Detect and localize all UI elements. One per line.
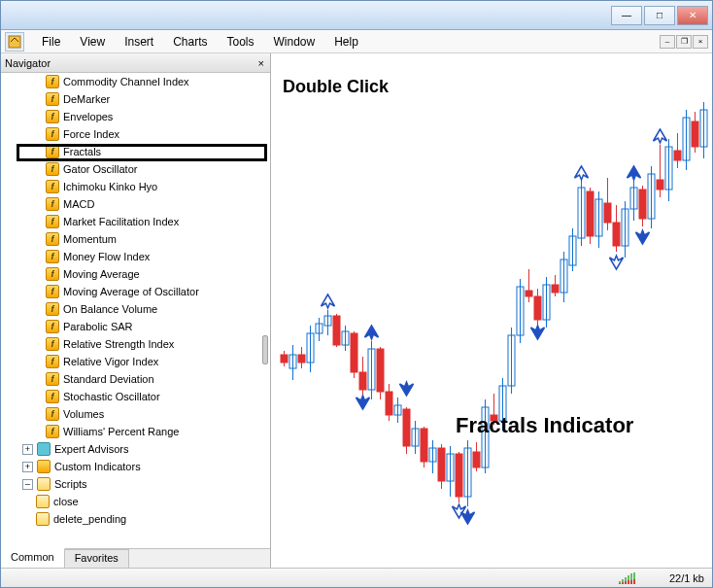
close-button[interactable]: ✕ bbox=[677, 6, 708, 25]
content-area: Navigator × fCommodity Channel IndexfDeM… bbox=[1, 53, 712, 568]
svg-rect-6 bbox=[298, 355, 305, 363]
script-item-icon bbox=[36, 512, 50, 526]
indicator-item[interactable]: fParabolic SAR bbox=[1, 318, 270, 335]
script-item-label: delete_pending bbox=[53, 513, 126, 525]
indicator-item[interactable]: fStochastic Oscillator bbox=[1, 388, 270, 405]
scripts[interactable]: –Scripts bbox=[1, 475, 270, 493]
indicator-f-icon: f bbox=[46, 390, 59, 403]
navigator-close-icon[interactable]: × bbox=[256, 57, 266, 69]
svg-rect-2 bbox=[281, 355, 288, 363]
expander-icon[interactable]: – bbox=[22, 479, 33, 490]
svg-rect-96 bbox=[692, 121, 698, 147]
indicator-item[interactable]: fFractals bbox=[1, 143, 270, 160]
mdi-controls: – ❐ × bbox=[659, 35, 708, 49]
scrollbar-handle[interactable] bbox=[262, 335, 268, 364]
indicator-f-icon: f bbox=[46, 407, 59, 421]
connection-bars-icon bbox=[619, 572, 658, 584]
titlebar: — □ ✕ bbox=[1, 1, 712, 30]
status-data: 22/1 kb bbox=[669, 572, 704, 584]
script-item[interactable]: delete_pending bbox=[1, 510, 270, 528]
script-item[interactable]: close bbox=[1, 493, 270, 510]
chart-area: Double Click Fractals Indicator bbox=[271, 53, 712, 568]
svg-rect-78 bbox=[613, 223, 620, 246]
indicator-f-icon: f bbox=[46, 320, 59, 333]
indicator-label: Moving Average bbox=[63, 268, 140, 280]
indicator-label: Force Index bbox=[63, 128, 119, 140]
indicator-f-icon: f bbox=[46, 302, 59, 316]
indicator-item[interactable]: fDeMarker bbox=[1, 90, 270, 108]
chart-canvas[interactable]: Double Click Fractals Indicator bbox=[271, 53, 712, 568]
navigator-header[interactable]: Navigator × bbox=[1, 53, 270, 73]
svg-rect-34 bbox=[421, 429, 427, 462]
custom-indicators-label: Custom Indicators bbox=[54, 461, 141, 472]
menu-charts[interactable]: Charts bbox=[163, 33, 217, 51]
script-item-label: close bbox=[53, 496, 79, 507]
custom-indicators-icon bbox=[37, 460, 51, 473]
indicator-item[interactable]: fMACD bbox=[1, 195, 270, 213]
svg-rect-26 bbox=[386, 392, 392, 415]
indicator-item[interactable]: fMoney Flow Index bbox=[1, 248, 270, 265]
indicator-item[interactable]: fVolumes bbox=[1, 405, 270, 423]
indicator-item[interactable]: fCommodity Channel Index bbox=[1, 73, 270, 90]
indicator-label: MACD bbox=[63, 198, 94, 210]
mdi-restore[interactable]: ❐ bbox=[676, 35, 692, 49]
indicator-item[interactable]: fStandard Deviation bbox=[1, 370, 270, 388]
indicator-item[interactable]: fMomentum bbox=[1, 230, 270, 248]
menu-help[interactable]: Help bbox=[324, 33, 368, 51]
indicator-item[interactable]: fEnvelopes bbox=[1, 108, 270, 125]
indicator-f-icon: f bbox=[46, 285, 59, 298]
navigator-tree[interactable]: fCommodity Channel IndexfDeMarkerfEnvelo… bbox=[1, 73, 270, 548]
indicator-f-icon: f bbox=[46, 250, 59, 263]
app-icon[interactable] bbox=[5, 32, 24, 52]
expander-icon[interactable]: + bbox=[22, 462, 33, 472]
indicator-f-icon: f bbox=[46, 162, 59, 176]
svg-rect-92 bbox=[674, 151, 681, 160]
minimize-button[interactable]: — bbox=[611, 6, 642, 25]
menu-window[interactable]: Window bbox=[264, 33, 325, 51]
indicator-item[interactable]: fOn Balance Volume bbox=[1, 300, 270, 318]
indicator-item[interactable]: fIchimoku Kinko Hyo bbox=[1, 178, 270, 195]
svg-rect-38 bbox=[438, 448, 445, 481]
indicator-f-icon: f bbox=[46, 110, 59, 123]
svg-rect-18 bbox=[351, 333, 357, 372]
custom-indicators[interactable]: +Custom Indicators bbox=[1, 458, 270, 475]
navigator-tabs: Common Favorites bbox=[1, 548, 270, 568]
mdi-close[interactable]: × bbox=[693, 35, 708, 49]
script-item-icon bbox=[36, 495, 50, 508]
menu-view[interactable]: View bbox=[70, 33, 115, 51]
indicator-f-icon: f bbox=[46, 92, 59, 106]
maximize-button[interactable]: □ bbox=[644, 6, 675, 25]
candlestick-chart bbox=[271, 53, 712, 549]
indicator-item[interactable]: fRelative Vigor Index bbox=[1, 353, 270, 370]
tab-favorites[interactable]: Favorites bbox=[65, 549, 129, 568]
indicator-item[interactable]: fMoving Average bbox=[1, 265, 270, 283]
svg-rect-58 bbox=[526, 291, 532, 296]
indicator-item[interactable]: fRelative Strength Index bbox=[1, 335, 270, 353]
app-window: — □ ✕ File View Insert Charts Tools Wind… bbox=[0, 0, 713, 588]
menu-tools[interactable]: Tools bbox=[218, 33, 264, 51]
menu-file[interactable]: File bbox=[32, 33, 70, 51]
indicator-label: Market Facilitation Index bbox=[63, 216, 179, 227]
indicator-label: Fractals bbox=[63, 146, 101, 157]
indicator-item[interactable]: fForce Index bbox=[1, 125, 270, 143]
indicator-f-icon: f bbox=[46, 425, 59, 438]
tab-common[interactable]: Common bbox=[1, 548, 65, 568]
indicator-item[interactable]: fGator Oscillator bbox=[1, 160, 270, 178]
indicator-f-icon: f bbox=[46, 145, 59, 158]
svg-rect-42 bbox=[456, 454, 462, 497]
svg-rect-72 bbox=[587, 191, 594, 236]
menu-insert[interactable]: Insert bbox=[115, 33, 163, 51]
expert-advisors[interactable]: +Expert Advisors bbox=[1, 440, 270, 458]
indicator-label: Money Flow Index bbox=[63, 251, 150, 262]
indicator-item[interactable]: fMarket Facilitation Index bbox=[1, 213, 270, 230]
scripts-icon bbox=[37, 477, 51, 491]
indicator-label: Gator Oscillator bbox=[63, 163, 137, 175]
expert-advisors-icon bbox=[37, 442, 51, 456]
indicator-f-icon: f bbox=[46, 215, 59, 228]
indicator-f-icon: f bbox=[46, 267, 59, 281]
indicator-label: Relative Vigor Index bbox=[63, 356, 158, 367]
mdi-minimize[interactable]: – bbox=[660, 35, 675, 49]
expander-icon[interactable]: + bbox=[22, 444, 33, 455]
indicator-item[interactable]: fWilliams' Percent Range bbox=[1, 423, 270, 440]
indicator-item[interactable]: fMoving Average of Oscillator bbox=[1, 283, 270, 300]
